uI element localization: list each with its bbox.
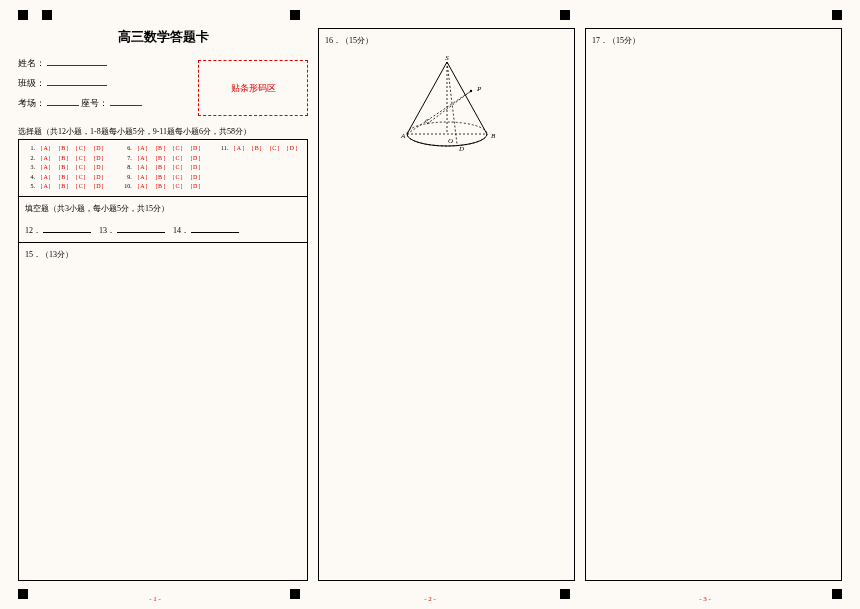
mcq-num: 1.: [25, 144, 35, 154]
svg-point-8: [469, 90, 471, 92]
mcq-num: 9.: [122, 173, 132, 183]
fill-header: 填空题（共3小题，每小题5分，共15分）: [25, 203, 301, 214]
mcq-bubbles[interactable]: ［A］［B］［C］［D］: [230, 145, 301, 151]
barcode-label: 贴条形码区: [231, 82, 276, 95]
seat-input-line[interactable]: [110, 96, 142, 106]
crop-marker: [290, 10, 300, 20]
label-P: P: [476, 85, 482, 93]
sheet-title: 高三数学答题卡: [18, 28, 308, 46]
fill-box: 填空题（共3小题，每小题5分，共15分） 12． 13． 14．: [18, 197, 308, 243]
mcq-num: 4.: [25, 173, 35, 183]
mcq-bubbles[interactable]: ［A］［B］［C］［D］: [134, 174, 205, 180]
mcq-bubbles[interactable]: ［A］［B］［C］［D］: [37, 174, 108, 180]
q16-head: 16．（15分）: [325, 35, 568, 46]
student-info: 姓名： 班级： 考场： 座号： 贴条形码区: [18, 54, 308, 116]
q14-label: 14．: [173, 225, 189, 236]
svg-line-2: [447, 62, 487, 134]
mcq-bubbles[interactable]: ［A］［B］［C］［D］: [134, 155, 205, 161]
q13-input-line[interactable]: [117, 224, 165, 233]
page-number-1: - 1 -: [149, 595, 161, 603]
page-number-3: - 3 -: [699, 595, 711, 603]
label-D: D: [458, 145, 464, 153]
mcq-num: 3.: [25, 163, 35, 173]
room-label: 考场：: [18, 94, 45, 114]
mcq-num: 7.: [122, 154, 132, 164]
info-fields: 姓名： 班级： 考场： 座号：: [18, 54, 190, 113]
label-B: B: [491, 132, 496, 140]
q17-head: 17．（15分）: [592, 35, 835, 46]
label-A: A: [400, 132, 406, 140]
mcq-num: 5.: [25, 182, 35, 192]
svg-line-6: [407, 91, 471, 134]
page-columns: 高三数学答题卡 姓名： 班级： 考场： 座号： 贴条形: [0, 0, 860, 609]
column-1: 高三数学答题卡 姓名： 班级： 考场： 座号： 贴条形: [18, 28, 308, 581]
barcode-area: 贴条形码区: [198, 60, 308, 116]
q15-box: 15．（13分）: [18, 243, 308, 581]
q15-head: 15．（13分）: [25, 249, 301, 260]
column-2: 16．（15分） S P A B C O D: [318, 28, 575, 581]
page-number-2: - 2 -: [424, 595, 436, 603]
crop-marker: [560, 10, 570, 20]
mcq-bubbles[interactable]: ［A］［B］［C］［D］: [37, 155, 108, 161]
mcq-bubbles[interactable]: ［A］［B］［C］［D］: [134, 183, 205, 189]
crop-marker: [832, 10, 842, 20]
mcq-box: 1.［A］［B］［C］［D］ 2.［A］［B］［C］［D］ 3.［A］［B］［C…: [18, 139, 308, 197]
seat-label: 座号：: [81, 94, 108, 114]
mcq-num: 11.: [218, 144, 228, 154]
q12-label: 12．: [25, 225, 41, 236]
name-label: 姓名：: [18, 54, 45, 74]
mcq-bubbles[interactable]: ［A］［B］［C］［D］: [37, 145, 108, 151]
column-3: 17．（15分）: [585, 28, 842, 581]
crop-marker: [290, 589, 300, 599]
mcq-bubbles[interactable]: ［A］［B］［C］［D］: [134, 145, 205, 151]
label-S: S: [445, 54, 449, 62]
svg-line-7: [427, 91, 471, 124]
mcq-bubbles[interactable]: ［A］［B］［C］［D］: [37, 183, 108, 189]
crop-marker: [42, 10, 52, 20]
q14-input-line[interactable]: [191, 224, 239, 233]
class-input-line[interactable]: [47, 76, 107, 86]
mcq-bubbles[interactable]: ［A］［B］［C］［D］: [134, 164, 205, 170]
mcq-num: 6.: [122, 144, 132, 154]
mcq-bubbles[interactable]: ［A］［B］［C］［D］: [37, 164, 108, 170]
crop-marker: [832, 589, 842, 599]
name-input-line[interactable]: [47, 56, 107, 66]
class-label: 班级：: [18, 74, 45, 94]
q13-label: 13．: [99, 225, 115, 236]
mcq-num: 10.: [122, 182, 132, 192]
q17-box: 17．（15分）: [585, 28, 842, 581]
crop-marker: [18, 10, 28, 20]
room-input-line[interactable]: [47, 96, 79, 106]
crop-marker: [560, 589, 570, 599]
mcq-header: 选择题（共12小题，1-8题每小题5分，9-11题每小题6分，共58分）: [18, 126, 308, 137]
mcq-num: 2.: [25, 154, 35, 164]
mcq-num: 8.: [122, 163, 132, 173]
q16-box: 16．（15分） S P A B C O D: [318, 28, 575, 581]
crop-marker: [18, 589, 28, 599]
q12-input-line[interactable]: [43, 224, 91, 233]
label-O: O: [448, 137, 453, 145]
cone-figure: S P A B C O D: [387, 54, 507, 154]
label-C: C: [425, 117, 430, 125]
svg-line-5: [447, 62, 457, 144]
